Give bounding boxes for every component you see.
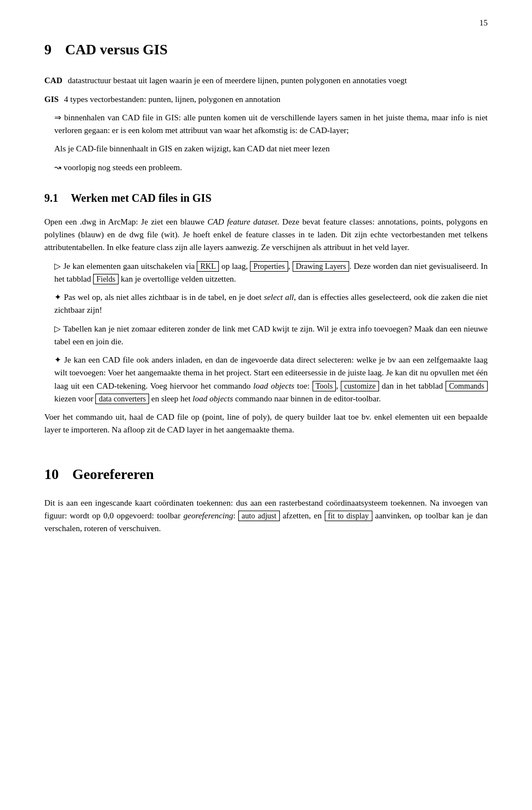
select-all-text: select all — [264, 293, 294, 302]
auto-adjust-box: auto adjust — [238, 511, 280, 521]
toe-text: toe: — [297, 381, 310, 390]
gis-definition: GIS 4 types vectorbestanden: punten, lij… — [44, 93, 488, 106]
section-9-number: 9 — [44, 42, 52, 58]
afzetten-en-text: afzetten, en — [283, 511, 322, 520]
arrow-block: ⇒ binnenhalen van CAD file in GIS: alle … — [54, 111, 488, 174]
drawing-layers-box: Drawing Layers — [293, 261, 350, 272]
section-10-title: 10 Georefereren — [44, 463, 488, 486]
cad-feature-dataset: CAD feature dataset — [207, 217, 277, 226]
triangle1-block: ▷ Je kan elementen gaan uitschakelen via… — [54, 260, 488, 286]
arrow-text: binnenhalen van CAD file in GIS: alle pu… — [54, 113, 488, 135]
georef-para: Dit is aan een ingescande kaart coördina… — [44, 497, 488, 536]
als-text: Als je CAD-file binnenhaalt in GIS en za… — [54, 144, 330, 153]
cad-definition: CAD datastructuur bestaat uit lagen waar… — [44, 74, 488, 87]
fit-to-display-box: fit to display — [325, 511, 372, 521]
arrow-right: ⇒ — [54, 113, 64, 122]
customize-box: customize — [341, 381, 379, 391]
voer-het-para: Voer het commando uit, haal de CAD file … — [44, 411, 488, 437]
warning1-text: ✦ Pas wel op, als niet alles zichtbaar i… — [54, 293, 262, 302]
section-9-title: 9 CAD versus GIS — [44, 39, 488, 61]
load-objects-text: load objects — [253, 381, 294, 390]
data-converters-box: data converters — [95, 394, 149, 404]
dan-in-het-text: dan in het tabblad — [382, 381, 443, 390]
cad-term: CAD — [44, 76, 63, 85]
page-number: 15 — [479, 17, 488, 29]
colon-text: : — [233, 511, 236, 520]
subsection-9-1-number: 9.1 — [44, 192, 58, 204]
warning1-block: ✦ Pas wel op, als niet alles zichtbaar i… — [54, 291, 488, 317]
section-10-number: 10 — [44, 466, 59, 482]
subsection-9-1-title: 9.1 Werken met CAD files in GIS — [44, 190, 488, 207]
en-sleep-text: en sleep het — [151, 394, 191, 403]
page: 15 9 CAD versus GIS CAD datastructuur be… — [0, 0, 532, 810]
warning2-block: ✦ Je kan een CAD file ook anders inladen… — [54, 354, 488, 405]
leadsto-text: ↝ voorlopig nog steeds een probleem. — [54, 163, 182, 172]
load-objects2-text: load objects — [193, 394, 233, 403]
commando-naar-text: commando naar binnen in de editor-toolba… — [235, 394, 381, 403]
triangle2-block: ▷ Tabellen kan je niet zomaar editeren z… — [54, 323, 488, 349]
cad-definition-text: datastructuur bestaat uit lagen waarin j… — [68, 76, 407, 85]
rkl-box: RKL — [197, 261, 219, 272]
para-open-text: Open een .dwg in ArcMap: Je ziet een bla… — [44, 217, 207, 226]
fields-box: Fields — [93, 274, 119, 284]
triangle1-text: ▷ Je kan elementen gaan uitschakelen via — [54, 262, 195, 271]
triangle2-text: ▷ Tabellen kan je niet zomaar editeren z… — [54, 323, 488, 349]
kiezen-voor-text: kiezen voor — [54, 394, 93, 403]
op-laag-text: op laag, — [221, 262, 248, 271]
properties-box: Properties — [250, 261, 288, 272]
gis-term: GIS — [44, 95, 59, 104]
georeferencing-italic: georeferencing — [183, 511, 233, 520]
para-open-dwg: Open een .dwg in ArcMap: Je ziet een bla… — [44, 216, 488, 254]
tools-box: Tools — [313, 381, 336, 391]
gis-definition-text: 4 types vectorbestanden: punten, lijnen,… — [64, 95, 280, 104]
kan-je-text: kan je overtollige velden uitzetten. — [121, 274, 236, 283]
commands-box: Commands — [446, 381, 488, 391]
